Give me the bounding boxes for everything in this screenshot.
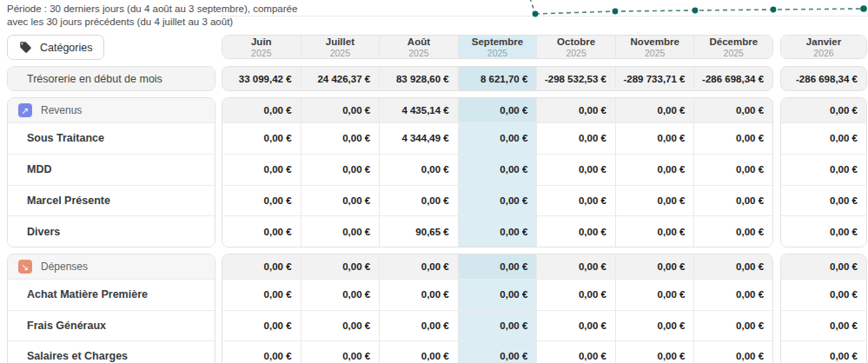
- category-value-cell[interactable]: 0,00 €: [781, 186, 866, 216]
- category-value-cell[interactable]: 0,00 €: [379, 186, 458, 216]
- group-header-revenus[interactable]: ↗Revenus: [8, 98, 215, 122]
- month-header-juin: Juin2025: [222, 36, 301, 58]
- category-value-cell[interactable]: 0,00 €: [458, 311, 537, 341]
- group-card-depenses: ↘DépensesAchat Matière PremièreFrais Gén…: [7, 254, 215, 363]
- summary-value-cell: -286 698,34 €: [781, 67, 866, 90]
- row-label-marcel-presente[interactable]: Marcel Présente: [8, 185, 215, 216]
- category-value-cell[interactable]: 0,00 €: [301, 216, 380, 247]
- category-value-cell[interactable]: 0,00 €: [222, 311, 301, 341]
- category-values-row: 0,00 €0,00 €0,00 €0,00 €0,00 €0,00 €0,00…: [222, 310, 772, 341]
- category-value-cell[interactable]: 0,00 €: [693, 311, 772, 341]
- category-value-cell[interactable]: 0,00 €: [458, 216, 537, 247]
- group-card-revenus: ↗RevenusSous TraitanceMDDMarcel Présente…: [7, 97, 215, 248]
- category-value-cell[interactable]: 0,00 €: [693, 280, 772, 310]
- tag-icon: [19, 41, 32, 54]
- row-label-tresorerie-en-debut-de-mois: Trésorerie en début de mois: [7, 66, 215, 91]
- row-label-frais-generaux[interactable]: Frais Généraux: [8, 310, 215, 341]
- category-value-cell[interactable]: 0,00 €: [781, 311, 866, 341]
- category-value-cell[interactable]: 0,00 €: [222, 341, 301, 363]
- month-header-janvier-strip: Janvier2026: [780, 35, 867, 59]
- group-total-cell: 0,00 €: [693, 254, 772, 279]
- row-label-achat-matiere-premiere[interactable]: Achat Matière Première: [8, 279, 215, 310]
- category-values-row: 0,00 €0,00 €0,00 €0,00 €0,00 €0,00 €0,00…: [222, 279, 772, 310]
- group-total-cell: 0,00 €: [458, 254, 537, 279]
- category-value-cell[interactable]: 0,00 €: [781, 341, 866, 363]
- category-value-cell[interactable]: 0,00 €: [693, 216, 772, 247]
- category-value-cell[interactable]: 0,00 €: [222, 216, 301, 247]
- category-values-row: 0,00 €0,00 €0,00 €0,00 €0,00 €0,00 €0,00…: [222, 185, 772, 216]
- category-value-cell[interactable]: 90,65 €: [379, 216, 458, 247]
- category-value-cell[interactable]: 0,00 €: [379, 341, 458, 363]
- category-value-cell[interactable]: 0,00 €: [536, 123, 615, 154]
- category-value-cell[interactable]: 0,00 €: [458, 123, 537, 154]
- category-value-cell[interactable]: 0,00 €: [222, 123, 301, 154]
- category-value-cell[interactable]: 0,00 €: [536, 186, 615, 216]
- category-value-cell[interactable]: 0,00 €: [615, 216, 694, 247]
- category-value-cell[interactable]: 0,00 €: [301, 186, 380, 216]
- category-value-cell[interactable]: 0,00 €: [301, 280, 380, 310]
- category-values-row: 0,00 €0,00 €90,65 €0,00 €0,00 €0,00 €0,0…: [222, 215, 772, 247]
- category-value-cell[interactable]: 0,00 €: [536, 280, 615, 310]
- category-value-cell[interactable]: 0,00 €: [301, 123, 380, 154]
- category-values-row: 0,00 €: [781, 340, 866, 363]
- category-value-cell[interactable]: 0,00 €: [693, 186, 772, 216]
- category-value-cell[interactable]: 0,00 €: [301, 341, 380, 363]
- category-value-cell[interactable]: 0,00 €: [222, 280, 301, 310]
- month-year: 2025: [251, 48, 271, 58]
- category-value-cell[interactable]: 0,00 €: [458, 280, 537, 310]
- category-value-cell[interactable]: 0,00 €: [222, 155, 301, 185]
- row-label-sous-traitance[interactable]: Sous Traitance: [8, 122, 215, 154]
- group-total-row: 0,00 €0,00 €4 435,14 €0,00 €0,00 €0,00 €…: [222, 98, 772, 122]
- group-total-row: 0,00 €: [781, 98, 866, 122]
- summary-values-strip: 33 099,42 €24 426,37 €83 928,60 €8 621,7…: [222, 66, 773, 91]
- summary-row-label: Trésorerie en début de mois: [8, 67, 215, 90]
- month-name: Août: [407, 36, 430, 48]
- category-value-cell[interactable]: 0,00 €: [615, 280, 694, 310]
- arrow-up-right-icon: ↗: [18, 103, 32, 117]
- category-value-cell[interactable]: 0,00 €: [615, 123, 694, 154]
- row-label-salaires-et-charges[interactable]: Salaires et Charges: [8, 340, 215, 363]
- group-total-cell: 0,00 €: [781, 98, 866, 122]
- category-value-cell[interactable]: 0,00 €: [615, 186, 694, 216]
- row-label-divers[interactable]: Divers: [8, 215, 215, 247]
- category-value-cell[interactable]: 0,00 €: [301, 311, 380, 341]
- category-value-cell[interactable]: 0,00 €: [379, 155, 458, 185]
- group-total-cell: 4 435,14 €: [379, 98, 458, 122]
- category-value-cell[interactable]: 0,00 €: [458, 341, 537, 363]
- category-value-cell[interactable]: 0,00 €: [536, 311, 615, 341]
- group-total-cell: 0,00 €: [536, 98, 615, 122]
- month-name: Novembre: [631, 36, 679, 48]
- category-value-cell[interactable]: 0,00 €: [536, 155, 615, 185]
- category-value-cell[interactable]: 0,00 €: [781, 280, 866, 310]
- categories-button[interactable]: Catégories: [7, 35, 104, 60]
- month-year: 2025: [487, 48, 507, 58]
- group-header-depenses[interactable]: ↘Dépenses: [8, 254, 215, 279]
- category-value-cell[interactable]: 0,00 €: [615, 311, 694, 341]
- category-value-cell[interactable]: 0,00 €: [615, 341, 694, 363]
- row-label-mdd[interactable]: MDD: [8, 154, 215, 185]
- category-values-row: 0,00 €: [781, 122, 866, 154]
- category-value-cell[interactable]: 0,00 €: [379, 311, 458, 341]
- category-value-cell[interactable]: 0,00 €: [536, 216, 615, 247]
- category-value-cell[interactable]: 4 344,49 €: [379, 123, 458, 154]
- category-value-cell[interactable]: 0,00 €: [693, 341, 772, 363]
- category-value-cell[interactable]: 0,00 €: [458, 155, 537, 185]
- category-value-cell[interactable]: 0,00 €: [458, 186, 537, 216]
- category-value-cell[interactable]: 0,00 €: [222, 186, 301, 216]
- category-value-cell[interactable]: 0,00 €: [781, 155, 866, 185]
- group-total-row: 0,00 €: [781, 254, 866, 279]
- group-label: Revenus: [41, 104, 82, 116]
- category-value-cell[interactable]: 0,00 €: [379, 280, 458, 310]
- category-value-cell[interactable]: 0,00 €: [615, 155, 694, 185]
- category-values-row: 0,00 €: [781, 154, 866, 185]
- category-value-cell[interactable]: 0,00 €: [536, 341, 615, 363]
- category-value-cell[interactable]: 0,00 €: [693, 123, 772, 154]
- category-value-cell[interactable]: 0,00 €: [301, 155, 380, 185]
- summary-values-janvier: -286 698,34 €: [780, 66, 867, 91]
- month-year: 2025: [330, 48, 350, 58]
- category-values-row: 0,00 €: [781, 310, 866, 341]
- category-value-cell[interactable]: 0,00 €: [693, 155, 772, 185]
- category-value-cell[interactable]: 0,00 €: [781, 216, 866, 247]
- category-value-cell[interactable]: 0,00 €: [781, 123, 866, 154]
- category-values-row: 0,00 €: [781, 215, 866, 247]
